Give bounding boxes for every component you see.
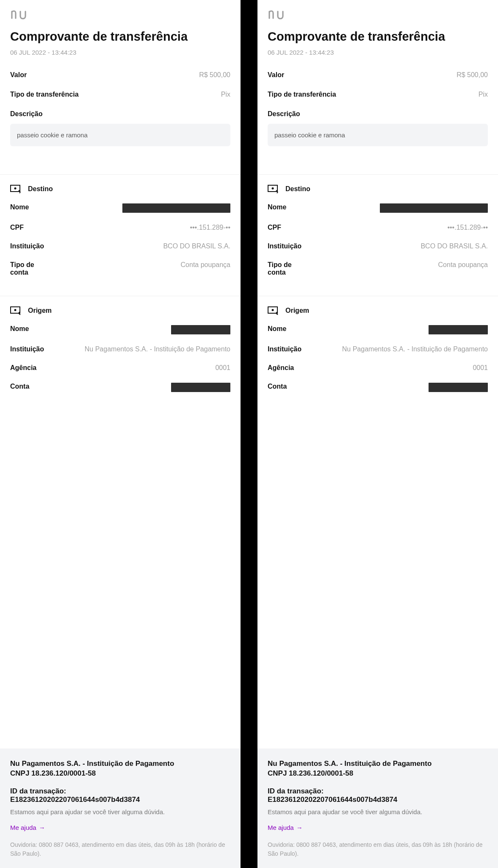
transfer-type-row: Tipo de transferência Pix	[10, 91, 230, 98]
footer-help-text: Estamos aqui para ajudar se você tiver a…	[10, 807, 230, 816]
origin-agency-value: 0001	[473, 364, 488, 372]
origin-institution-label: Instituição	[268, 345, 302, 353]
origin-account-row: Conta	[10, 383, 230, 392]
receipt-left: Comprovante de transferência 06 JUL 2022…	[0, 0, 241, 868]
origin-icon	[268, 306, 279, 315]
dest-name-label: Nome	[268, 203, 286, 211]
dest-cpf-row: CPF •••.151.289-••	[268, 224, 488, 231]
dest-cpf-value: •••.151.289-••	[190, 224, 230, 231]
origin-agency-value: 0001	[215, 364, 230, 372]
help-link-label: Me ajuda	[10, 824, 36, 831]
origin-institution-label: Instituição	[10, 345, 44, 353]
origin-name-redacted	[429, 325, 488, 334]
origin-name-row: Nome	[10, 325, 230, 334]
origin-institution-row: Instituição Nu Pagamentos S.A. - Institu…	[268, 345, 488, 353]
origin-name-label: Nome	[268, 325, 286, 333]
receipt-header: Comprovante de transferência 06 JUL 2022…	[257, 0, 498, 174]
dest-institution-value: BCO DO BRASIL S.A.	[163, 242, 230, 250]
destination-icon	[268, 185, 279, 193]
origin-account-label: Conta	[10, 383, 29, 390]
dest-name-label: Nome	[10, 203, 29, 211]
arrow-right-icon: →	[39, 824, 45, 831]
origin-body: Nome Instituição Nu Pagamentos S.A. - In…	[257, 325, 498, 412]
dest-name-redacted	[122, 203, 230, 213]
footer-cnpj: CNPJ 18.236.120/0001-58	[268, 769, 488, 778]
destination-header: Destino	[257, 175, 498, 203]
origin-header: Origem	[257, 296, 498, 325]
transfer-type-row: Tipo de transferência Pix	[268, 91, 488, 98]
origin-body: Nome Instituição Nu Pagamentos S.A. - In…	[0, 325, 241, 412]
dest-institution-label: Instituição	[268, 242, 302, 250]
dest-institution-row: Instituição BCO DO BRASIL S.A.	[268, 242, 488, 250]
description-box: passeio cookie e ramona	[10, 124, 230, 146]
description-label: Descrição	[268, 110, 488, 118]
dest-cpf-label: CPF	[268, 224, 281, 231]
amount-label: Valor	[268, 71, 284, 79]
transfer-type-label: Tipo de transferência	[10, 91, 79, 98]
dest-institution-row: Instituição BCO DO BRASIL S.A.	[10, 242, 230, 250]
dest-account-type-value: Conta poupança	[438, 261, 488, 269]
origin-name-redacted	[171, 325, 230, 334]
datetime: 06 JUL 2022 - 13:44:23	[268, 49, 488, 56]
destination-icon	[10, 185, 21, 193]
footer-company: Nu Pagamentos S.A. - Instituição de Paga…	[268, 759, 488, 769]
origin-account-row: Conta	[268, 383, 488, 392]
footer: Nu Pagamentos S.A. - Instituição de Paga…	[0, 748, 241, 868]
help-link-label: Me ajuda	[268, 824, 294, 831]
receipt-right: Comprovante de transferência 06 JUL 2022…	[257, 0, 498, 868]
dest-account-type-label: Tipo de conta	[268, 261, 310, 276]
destination-title: Destino	[28, 185, 53, 193]
page-title: Comprovante de transferência	[268, 29, 488, 45]
dest-institution-value: BCO DO BRASIL S.A.	[421, 242, 488, 250]
origin-institution-value: Nu Pagamentos S.A. - Instituição de Paga…	[342, 345, 488, 353]
svg-point-1	[14, 187, 17, 189]
origin-agency-row: Agência 0001	[268, 364, 488, 372]
origin-header: Origem	[0, 296, 241, 325]
origin-title: Origem	[28, 307, 52, 314]
footer-company: Nu Pagamentos S.A. - Instituição de Paga…	[10, 759, 230, 769]
dest-cpf-row: CPF •••.151.289-••	[10, 224, 230, 231]
destination-title: Destino	[285, 185, 310, 193]
footer-ouvidoria: Ouvidoria: 0800 887 0463, atendimento em…	[10, 840, 230, 858]
transfer-type-label: Tipo de transferência	[268, 91, 336, 98]
page-title: Comprovante de transferência	[10, 29, 230, 45]
footer-cnpj: CNPJ 18.236.120/0001-58	[10, 769, 230, 778]
footer-tx-id: E18236120202207061644s007b4d3874	[268, 796, 488, 804]
footer-tx-label: ID da transação:	[268, 787, 488, 796]
dest-account-type-row: Tipo de conta Conta poupança	[268, 261, 488, 276]
origin-account-redacted	[429, 383, 488, 392]
dest-account-type-label: Tipo de conta	[10, 261, 53, 276]
footer-tx-id: E18236120202207061644s007b4d3874	[10, 796, 230, 804]
arrow-right-icon: →	[296, 824, 303, 831]
origin-account-redacted	[171, 383, 230, 392]
help-link[interactable]: Me ajuda →	[268, 824, 303, 831]
origin-account-label: Conta	[268, 383, 287, 390]
destination-header: Destino	[0, 175, 241, 203]
dest-cpf-value: •••.151.289-••	[447, 224, 488, 231]
origin-agency-label: Agência	[268, 364, 294, 372]
nubank-logo	[10, 10, 230, 21]
datetime: 06 JUL 2022 - 13:44:23	[10, 49, 230, 56]
dest-name-redacted	[380, 203, 488, 213]
help-link[interactable]: Me ajuda →	[10, 824, 45, 831]
svg-point-5	[272, 187, 274, 189]
amount-label: Valor	[10, 71, 27, 79]
destination-body: Nome CPF •••.151.289-•• Instituição BCO …	[257, 203, 498, 296]
dest-name-row: Nome	[268, 203, 488, 213]
transfer-type-value: Pix	[479, 91, 488, 98]
origin-institution-row: Instituição Nu Pagamentos S.A. - Institu…	[10, 345, 230, 353]
description-box: passeio cookie e ramona	[268, 124, 488, 146]
footer-tx-label: ID da transação:	[10, 787, 230, 796]
receipt-header: Comprovante de transferência 06 JUL 2022…	[0, 0, 241, 174]
origin-title: Origem	[285, 307, 309, 314]
footer-ouvidoria: Ouvidoria: 0800 887 0463, atendimento em…	[268, 840, 488, 858]
dest-institution-label: Instituição	[10, 242, 44, 250]
origin-name-row: Nome	[268, 325, 488, 334]
destination-body: Nome CPF •••.151.289-•• Instituição BCO …	[0, 203, 241, 296]
nubank-logo	[268, 10, 488, 21]
origin-name-label: Nome	[10, 325, 29, 333]
footer: Nu Pagamentos S.A. - Instituição de Paga…	[257, 748, 498, 868]
description-label: Descrição	[10, 110, 230, 118]
origin-institution-value: Nu Pagamentos S.A. - Instituição de Paga…	[85, 345, 230, 353]
transfer-type-value: Pix	[221, 91, 230, 98]
